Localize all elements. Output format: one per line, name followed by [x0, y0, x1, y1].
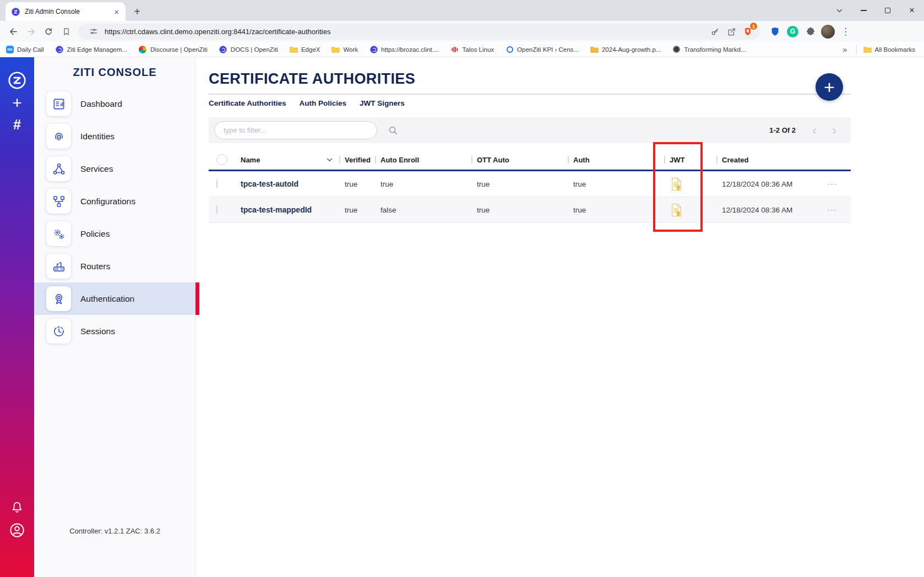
- pagination-label: 1-2 Of 2: [769, 126, 796, 134]
- bookmark-ziti-edge[interactable]: Ziti Edge Managem...: [56, 45, 127, 53]
- browser-tab[interactable]: Ziti Admin Console ×: [6, 2, 126, 21]
- column-ott-auto[interactable]: OTT Auto: [471, 156, 568, 164]
- bookmark-work[interactable]: Work: [331, 45, 358, 53]
- fingerprint-icon: [46, 124, 71, 149]
- title-divider: [209, 94, 851, 95]
- section-tabs: Certificate Authorities Auth Policies JW…: [209, 99, 851, 107]
- notifications-bell-icon[interactable]: [10, 500, 24, 514]
- sidebar-item-policies[interactable]: Policies: [34, 217, 195, 250]
- tab-auth-policies[interactable]: Auth Policies: [300, 99, 347, 107]
- url-text[interactable]: https://ctrl.cdaws.clint.demo.openziti.o…: [105, 28, 705, 36]
- cell-auth: true: [568, 206, 664, 214]
- configurations-icon: [46, 189, 71, 214]
- bookmark-edgex[interactable]: EdgeX: [290, 45, 320, 53]
- bookmark-docs-openziti[interactable]: DOCS | OpenZiti: [219, 45, 278, 53]
- cell-created: 12/18/2024 08:36 AM: [716, 180, 810, 188]
- browser-menu-icon[interactable]: ⋮: [838, 24, 853, 39]
- sessions-clock-icon: [46, 319, 71, 344]
- share-icon[interactable]: [725, 25, 738, 38]
- rail-hash-icon[interactable]: #: [13, 117, 21, 132]
- zoom-icon: zm: [6, 45, 14, 53]
- sidebar-item-services[interactable]: Services: [34, 153, 195, 185]
- profile-avatar[interactable]: [820, 24, 835, 39]
- services-network-icon: [46, 156, 71, 181]
- ziti-icon: [56, 45, 64, 53]
- page-prev-icon[interactable]: ‹: [812, 125, 817, 136]
- grammarly-icon[interactable]: G: [785, 24, 800, 39]
- all-bookmarks-button[interactable]: All Bookmarks: [863, 45, 916, 53]
- column-verified[interactable]: Verified: [339, 156, 375, 164]
- cell-jwt: [664, 203, 716, 217]
- search-icon[interactable]: [387, 124, 399, 137]
- address-bar[interactable]: https://ctrl.cdaws.clint.demo.openziti.o…: [78, 24, 760, 40]
- tab-certificate-authorities[interactable]: Certificate Authorities: [209, 99, 286, 107]
- sidebar-item-routers[interactable]: Routers: [34, 250, 195, 282]
- column-name[interactable]: Name: [233, 156, 339, 164]
- passwords-key-icon[interactable]: [708, 25, 721, 38]
- sidebar-item-identities[interactable]: Identities: [34, 120, 195, 153]
- openziti-icon: [219, 45, 227, 53]
- table-row[interactable]: tpca-test-autoId true true true true 12/…: [209, 171, 851, 197]
- sidebar-item-configurations[interactable]: Configurations: [34, 185, 195, 217]
- cell-auto-enroll: true: [375, 180, 471, 188]
- rail-add-icon[interactable]: +: [12, 95, 22, 111]
- main-content: CERTIFICATE AUTHORITIES Certificate Auth…: [196, 57, 924, 577]
- tab-search-chevron-icon[interactable]: [827, 0, 851, 21]
- column-created[interactable]: Created: [716, 156, 810, 164]
- row-menu-icon[interactable]: ⋯: [810, 204, 851, 216]
- tab-jwt-signers[interactable]: JWT Signers: [360, 99, 405, 107]
- filter-input[interactable]: [214, 121, 377, 139]
- site-settings-tune-icon[interactable]: [87, 25, 100, 38]
- column-auto-enroll[interactable]: Auto Enroll: [375, 156, 471, 164]
- page-next-icon[interactable]: ›: [832, 125, 836, 136]
- bookmark-transforming[interactable]: Transforming Markd...: [672, 45, 746, 53]
- column-jwt[interactable]: JWT: [664, 156, 716, 164]
- ziti-favicon-icon: [11, 7, 20, 17]
- window-controls: ×: [827, 0, 924, 21]
- add-certificate-authority-button[interactable]: +: [816, 73, 843, 101]
- jwt-certificate-icon[interactable]: [671, 203, 682, 217]
- router-icon: [46, 254, 71, 279]
- bookmark-growth[interactable]: 2024-Aug-growth.p...: [590, 45, 661, 53]
- column-auth[interactable]: Auth: [568, 156, 664, 164]
- bookmark-brozac[interactable]: https://brozac.clint....: [369, 45, 439, 53]
- discourse-icon: [139, 45, 147, 53]
- table-row[interactable]: tpca-test-mappedId true false true true …: [209, 197, 851, 223]
- forward-icon[interactable]: [23, 24, 39, 39]
- select-all-cell: [209, 154, 233, 165]
- bookmarks-overflow-icon[interactable]: »: [843, 45, 847, 54]
- ziti-icon: [369, 45, 378, 53]
- sidebar-item-authentication[interactable]: Authentication: [34, 282, 195, 315]
- window-close-button[interactable]: ×: [900, 0, 924, 21]
- bookmarks-divider: [856, 45, 857, 54]
- sidebar-item-dashboard[interactable]: Dashboard: [34, 88, 195, 120]
- row-menu-icon[interactable]: ⋯: [810, 178, 851, 190]
- sort-chevron-icon: [327, 158, 333, 162]
- ziti-console-app: + # ZITI CONSOLE Dashboard: [0, 57, 924, 577]
- row-checkbox[interactable]: [216, 204, 218, 215]
- tab-close-icon[interactable]: ×: [112, 7, 121, 17]
- blue-shield-extension-icon[interactable]: [768, 24, 782, 39]
- select-all-checkbox[interactable]: [216, 154, 227, 165]
- page-title: CERTIFICATE AUTHORITIES: [209, 70, 851, 87]
- account-icon[interactable]: [9, 522, 25, 538]
- bookmarks-bar: zmDaily Call Ziti Edge Managem... Discou…: [0, 42, 924, 57]
- row-checkbox[interactable]: [216, 178, 218, 189]
- back-icon[interactable]: [6, 24, 21, 39]
- reload-icon[interactable]: [41, 24, 56, 39]
- brave-shield-icon[interactable]: 1: [741, 25, 754, 38]
- new-tab-button[interactable]: +: [129, 3, 145, 20]
- sidebar-item-sessions[interactable]: Sessions: [34, 315, 195, 347]
- browser-window: Ziti Admin Console × + ×: [0, 0, 924, 577]
- bookmark-daily-call[interactable]: zmDaily Call: [6, 45, 44, 53]
- extensions-puzzle-icon[interactable]: [803, 24, 818, 39]
- jwt-certificate-icon[interactable]: [671, 177, 682, 191]
- minimize-button[interactable]: [851, 0, 876, 21]
- maximize-button[interactable]: [876, 0, 900, 21]
- bookmark-openziti-kpi[interactable]: OpenZiti KPI › Cens...: [506, 45, 579, 53]
- bookmark-discourse[interactable]: Discourse | OpenZiti: [139, 45, 208, 53]
- bookmarks-panel-icon[interactable]: [58, 24, 74, 39]
- ziti-logo-icon[interactable]: [7, 70, 27, 90]
- bookmark-talos[interactable]: Talos Linux: [451, 45, 494, 53]
- filter-bar: 1-2 Of 2 ‹ ›: [209, 117, 851, 143]
